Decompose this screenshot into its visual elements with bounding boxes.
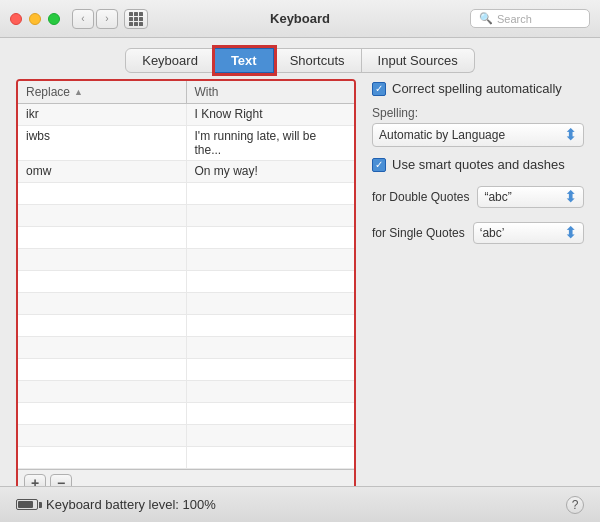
forward-button[interactable]: › (96, 9, 118, 29)
text-replacements-table: Replace ▲ With ikr I Know Right iwbs I'm… (16, 79, 356, 486)
smart-quotes-label: Use smart quotes and dashes (392, 157, 565, 172)
battery-icon (16, 499, 42, 510)
spelling-section-label: Spelling: (372, 106, 584, 120)
table-row[interactable]: iwbs I'm running late, will be the... (18, 126, 354, 161)
cell-with: On my way! (187, 161, 355, 182)
maximize-button[interactable] (48, 13, 60, 25)
app-grid-button[interactable] (124, 9, 148, 29)
help-button[interactable]: ? (566, 496, 584, 514)
main-content: Replace ▲ With ikr I Know Right iwbs I'm… (0, 79, 600, 486)
correct-spelling-label: Correct spelling automatically (392, 81, 562, 96)
search-placeholder: Search (497, 13, 532, 25)
cell-with: I'm running late, will be the... (187, 126, 355, 160)
table-row-empty (18, 425, 354, 447)
table-row-empty (18, 271, 354, 293)
table-row-empty (18, 447, 354, 469)
double-quotes-value: “abc” (484, 190, 511, 204)
single-quotes-dropdown[interactable]: ‘abc’ ⬍ (473, 222, 584, 244)
table-body: ikr I Know Right iwbs I'm running late, … (18, 104, 354, 469)
table-row-empty (18, 227, 354, 249)
traffic-lights (10, 13, 60, 25)
cell-replace: iwbs (18, 126, 187, 160)
tab-input-sources[interactable]: Input Sources (362, 48, 475, 73)
col-replace-header[interactable]: Replace ▲ (18, 81, 187, 103)
table-row-empty (18, 315, 354, 337)
search-box[interactable]: 🔍 Search (470, 9, 590, 28)
table-row[interactable]: omw On my way! (18, 161, 354, 183)
table-row-empty (18, 403, 354, 425)
table-row-empty (18, 249, 354, 271)
cell-replace: ikr (18, 104, 187, 125)
remove-row-button[interactable]: − (50, 474, 72, 486)
table-row-empty (18, 337, 354, 359)
col-with-header[interactable]: With (187, 81, 355, 103)
spelling-value: Automatic by Language (379, 128, 505, 142)
tab-shortcuts[interactable]: Shortcuts (274, 48, 362, 73)
sort-arrow-icon: ▲ (74, 87, 83, 97)
minimize-button[interactable] (29, 13, 41, 25)
close-button[interactable] (10, 13, 22, 25)
correct-spelling-row: ✓ Correct spelling automatically (372, 81, 584, 96)
cell-with: I Know Right (187, 104, 355, 125)
bottom-bar: Keyboard battery level: 100% ? (0, 486, 600, 522)
spelling-dropdown[interactable]: Automatic by Language ⬍ (372, 123, 584, 147)
single-quotes-label: for Single Quotes (372, 226, 465, 240)
table-row-empty (18, 293, 354, 315)
back-button[interactable]: ‹ (72, 9, 94, 29)
tabs-bar: Keyboard Text Shortcuts Input Sources (0, 38, 600, 79)
dropdown-arrow-icon: ⬍ (564, 127, 577, 143)
right-panel: ✓ Correct spelling automatically Spellin… (372, 79, 584, 486)
table-row-empty (18, 205, 354, 227)
dropdown-arrow-icon: ⬍ (564, 225, 577, 241)
tab-keyboard[interactable]: Keyboard (125, 48, 215, 73)
cell-replace: omw (18, 161, 187, 182)
battery-percentage: 100% (183, 497, 216, 512)
titlebar: ‹ › Keyboard 🔍 Search (0, 0, 600, 38)
single-quotes-row: for Single Quotes ‘abc’ ⬍ (372, 222, 584, 244)
battery-label: Keyboard battery level: (46, 497, 179, 512)
double-quotes-label: for Double Quotes (372, 190, 469, 204)
correct-spelling-checkbox[interactable]: ✓ (372, 82, 386, 96)
smart-quotes-row: ✓ Use smart quotes and dashes (372, 157, 584, 172)
search-icon: 🔍 (479, 12, 493, 25)
grid-icon (129, 12, 143, 26)
tab-text[interactable]: Text (215, 48, 274, 73)
dropdown-arrow-icon: ⬍ (564, 189, 577, 205)
spelling-section: Spelling: Automatic by Language ⬍ (372, 106, 584, 147)
table-row-empty (18, 381, 354, 403)
table-row[interactable]: ikr I Know Right (18, 104, 354, 126)
nav-arrows: ‹ › (72, 9, 118, 29)
table-footer: + − (18, 469, 354, 486)
single-quotes-value: ‘abc’ (480, 226, 505, 240)
table-row-empty (18, 359, 354, 381)
window-title: Keyboard (270, 11, 330, 26)
smart-quotes-checkbox[interactable]: ✓ (372, 158, 386, 172)
double-quotes-row: for Double Quotes “abc” ⬍ (372, 186, 584, 208)
table-header: Replace ▲ With (18, 81, 354, 104)
double-quotes-dropdown[interactable]: “abc” ⬍ (477, 186, 584, 208)
table-row-empty (18, 183, 354, 205)
add-row-button[interactable]: + (24, 474, 46, 486)
